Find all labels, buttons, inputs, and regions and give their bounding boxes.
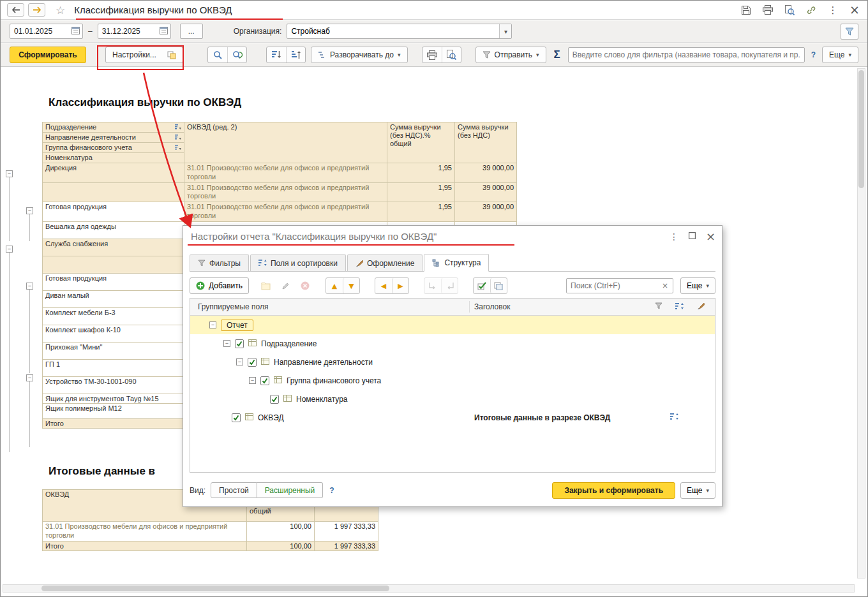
help-link[interactable]: ? xyxy=(811,50,816,59)
more-menu-icon[interactable]: ⋮ xyxy=(827,4,839,17)
search-icon[interactable] xyxy=(208,47,227,63)
maximize-icon[interactable] xyxy=(689,232,696,241)
col-header-pct[interactable]: Сумма выручки (без НДС).% общий xyxy=(387,122,455,163)
checkbox[interactable] xyxy=(260,376,269,385)
send-button[interactable]: Отправить ▾ xyxy=(475,47,546,63)
print-icon[interactable] xyxy=(761,4,774,17)
move-up-icon[interactable]: ▲ xyxy=(326,278,343,293)
mini-sort-icon[interactable] xyxy=(175,124,181,131)
grid-sort-icon[interactable] xyxy=(675,302,684,312)
back-button[interactable] xyxy=(7,3,24,17)
collapse-toggle[interactable]: − xyxy=(236,358,243,365)
expand-to-button[interactable]: Разворачивать до ▾ xyxy=(311,47,408,63)
okved-sort-icon[interactable] xyxy=(670,413,680,423)
tree-row-okved[interactable]: ОКВЭД Итоговые данные в разрезе ОКВЭД xyxy=(190,408,715,427)
organization-combo[interactable]: ▾ xyxy=(287,24,512,39)
save-icon[interactable] xyxy=(740,4,752,17)
row-header-gruppa[interactable]: Группа финансового учета xyxy=(43,143,184,153)
checkbox[interactable] xyxy=(248,358,257,367)
tree-row-nomenklatura[interactable]: Номенклатура xyxy=(190,390,715,408)
check-all-icon[interactable] xyxy=(474,278,490,293)
quick-filter-input[interactable] xyxy=(571,50,802,60)
sort-descending-icon[interactable] xyxy=(267,47,286,63)
sort-ascending-icon[interactable] xyxy=(286,47,305,63)
table-row[interactable]: 31.01 Производство мебели для офисов и п… xyxy=(43,522,378,542)
dialog-more-button[interactable]: Еще ▾ xyxy=(680,277,715,294)
move-down-icon[interactable]: ▼ xyxy=(343,278,359,293)
date-from-input[interactable] xyxy=(13,26,64,36)
close-icon[interactable]: × xyxy=(848,4,861,17)
row-header-nomenklatura[interactable]: Номенклатура xyxy=(43,153,184,163)
dialog-footer-more-button[interactable]: Еще ▾ xyxy=(680,482,715,499)
add-button[interactable]: Добавить xyxy=(190,277,249,294)
move-right-icon[interactable]: ▶ xyxy=(392,278,408,293)
dialog-help-link[interactable]: ? xyxy=(329,486,334,495)
dialog-search-field[interactable]: × xyxy=(566,278,673,293)
dialog-search-input[interactable] xyxy=(569,281,651,291)
search-reset-icon[interactable] xyxy=(227,47,246,63)
preview-icon[interactable] xyxy=(783,4,796,17)
organization-input[interactable] xyxy=(287,27,499,36)
quick-filter-field[interactable] xyxy=(568,47,805,63)
group-collapse-toggle[interactable]: − xyxy=(26,374,33,381)
calendar-icon[interactable] xyxy=(71,26,80,36)
filter-settings-button[interactable] xyxy=(841,24,858,40)
date-from-field[interactable] xyxy=(10,24,83,39)
col-grouping-fields[interactable]: Группируемые поля xyxy=(190,302,268,311)
tree-row-napravlenie[interactable]: − Направление деятельности xyxy=(190,353,715,371)
vertical-scrollbar[interactable] xyxy=(857,68,865,579)
group-collapse-toggle[interactable]: − xyxy=(26,207,33,214)
col-header-sum[interactable]: Сумма выручки (без НДС) xyxy=(455,122,517,163)
move-left-icon[interactable]: ◀ xyxy=(375,278,392,293)
collapse-toggle[interactable]: − xyxy=(249,377,256,384)
move-out-of-group-icon[interactable] xyxy=(441,278,458,293)
close-and-generate-button[interactable]: Закрыть и сформировать xyxy=(552,482,675,499)
view-advanced-button[interactable]: Расширенный xyxy=(257,482,324,498)
dialog-close-icon[interactable]: × xyxy=(706,231,715,242)
col-header-okved[interactable]: ОКВЭД (ред. 2) xyxy=(184,122,387,163)
tree-row-podrazdelenie[interactable]: − Подразделение xyxy=(190,334,715,353)
clear-search-icon[interactable]: × xyxy=(660,281,670,290)
table-row[interactable]: Готовая продукция31.01 Производство мебе… xyxy=(43,202,517,222)
settings-button[interactable]: Настройки... xyxy=(105,47,183,63)
delete-button[interactable] xyxy=(297,278,313,293)
table-row-total[interactable]: Итого 100,00 1 997 333,33 xyxy=(43,541,378,550)
horizontal-scrollbar-thumb[interactable] xyxy=(41,586,389,591)
print-icon[interactable] xyxy=(423,47,442,63)
tab-fields-sorting[interactable]: Поля и сортировки xyxy=(250,254,346,271)
tab-structure[interactable]: Структура xyxy=(424,254,489,272)
tree-row-gruppa[interactable]: − Группа финансового учета xyxy=(190,371,715,390)
checkbox[interactable] xyxy=(270,395,279,404)
edit-button[interactable] xyxy=(277,278,294,293)
calendar-icon[interactable] xyxy=(160,26,168,36)
group-collapse-toggle[interactable]: − xyxy=(6,246,13,253)
tree-row-report[interactable]: − Отчет xyxy=(190,316,715,334)
uncheck-all-icon[interactable] xyxy=(490,278,507,293)
more-button[interactable]: Еще ▾ xyxy=(822,47,858,63)
table-row[interactable]: Дирекция31.01 Производство мебели для оф… xyxy=(43,163,517,183)
group-button[interactable] xyxy=(257,278,274,293)
vertical-scrollbar-thumb[interactable] xyxy=(858,70,864,188)
grid-appearance-icon[interactable] xyxy=(697,302,705,312)
grid-filter-icon[interactable] xyxy=(655,302,662,311)
mini-sort-icon[interactable] xyxy=(175,134,181,142)
table-row[interactable]: 31.01 Производство мебели для офисов и п… xyxy=(43,182,517,202)
horizontal-scrollbar[interactable] xyxy=(3,584,855,593)
print-preview-icon[interactable] xyxy=(442,47,461,63)
checkbox[interactable] xyxy=(232,413,241,422)
link-icon[interactable] xyxy=(805,4,818,17)
generate-button[interactable]: Сформировать xyxy=(10,47,86,63)
move-into-group-icon[interactable] xyxy=(424,278,441,293)
collapse-toggle[interactable]: − xyxy=(209,321,216,328)
date-to-input[interactable] xyxy=(101,26,152,36)
checkbox[interactable] xyxy=(235,339,244,348)
mini-sort-icon[interactable] xyxy=(175,144,181,152)
dialog-more-icon[interactable]: ⋮ xyxy=(670,232,678,242)
row-header-podrazdelenie[interactable]: Подразделение xyxy=(43,122,184,133)
tab-appearance[interactable]: Оформление xyxy=(347,254,423,271)
period-options-button[interactable]: ... xyxy=(180,24,203,39)
favorite-star-icon[interactable]: ☆ xyxy=(56,4,65,17)
view-simple-button[interactable]: Простой xyxy=(211,482,257,498)
row-header-napravlenie[interactable]: Направление деятельности xyxy=(43,133,184,143)
sum-icon[interactable]: Σ xyxy=(554,48,560,61)
